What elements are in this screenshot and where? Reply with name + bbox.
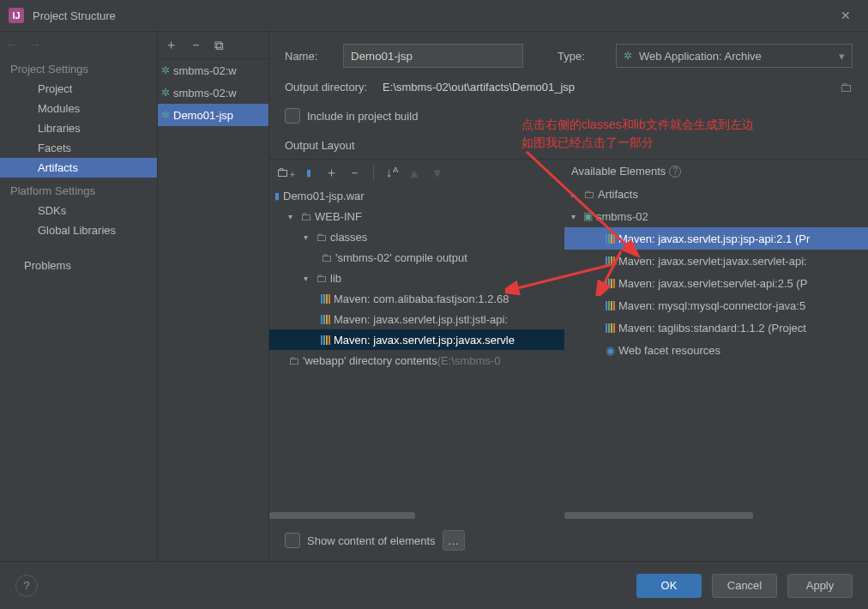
ellipsis-button[interactable]: … (443, 530, 465, 551)
tree-webapp-dir[interactable]: 🗀'webapp' directory contents (E:\smbms-0 (269, 350, 564, 371)
artifact-row[interactable]: ✲Demo01-jsp (158, 104, 268, 126)
chevron-down-icon: ▾ (571, 212, 583, 221)
chevron-right-icon: ▸ (571, 190, 583, 199)
tree-lib-item[interactable]: Maven: com.alibaba:fastjson:1.2.68 (269, 288, 564, 309)
avail-lib-item[interactable]: Maven: javax.servlet:servlet-api:2.5 (P (564, 272, 868, 294)
tree-label: Maven: mysql:mysql-connector-java:5 (618, 299, 805, 312)
tree-label: 'webapp' directory contents (303, 354, 437, 367)
tree-classes[interactable]: ▾🗀classes (269, 226, 564, 247)
artifact-column: ＋ － ⧉ ✲smbms-02:w ✲smbms-02:w ✲Demo01-js… (158, 32, 269, 561)
output-dir-label: Output directory: (285, 81, 367, 93)
artifact-toolbar: ＋ － ⧉ (158, 32, 268, 59)
button-bar: ? OK Cancel Apply (0, 561, 868, 609)
new-folder-icon[interactable]: 🗀₊ (276, 165, 296, 180)
avail-artifacts[interactable]: ▸🗀Artifacts (564, 183, 868, 205)
chevron-down-icon: ▾ (839, 50, 845, 63)
tree-lib-item[interactable]: Maven: javax.servlet.jsp:javax.servle (269, 329, 564, 350)
tree-label-suffix: (E:\smbms-0 (437, 354, 501, 367)
remove-entry-icon[interactable]: － (348, 165, 361, 181)
type-combobox[interactable]: ✲ Web Application: Archive ▾ (616, 44, 853, 68)
cancel-button[interactable]: Cancel (712, 574, 777, 598)
tree-label: 'smbms-02' compile output (335, 251, 467, 264)
avail-lib-item[interactable]: Maven: javax.servlet:javax.servlet-api: (564, 250, 868, 272)
add-copy-icon[interactable]: ＋ (325, 165, 338, 181)
avail-lib-item[interactable]: Maven: javax.servlet.jsp:jsp-api:2.1 (Pr (564, 227, 868, 250)
avail-lib-item[interactable]: Maven: mysql:mysql-connector-java:5 (564, 294, 868, 317)
output-layout-toolbar: 🗀₊ ▮ ＋ － ↓ᴬ ▲ ▼ (269, 160, 564, 185)
apply-button[interactable]: Apply (787, 574, 853, 598)
include-build-checkbox[interactable] (285, 108, 300, 124)
sort-icon[interactable]: ↓ᴬ (386, 165, 398, 180)
artifact-row[interactable]: ✲smbms-02:w (158, 59, 268, 81)
archive-icon: ▮ (274, 190, 280, 202)
tree-label: Web facet resources (618, 344, 720, 357)
gear-icon: ✲ (161, 109, 170, 121)
tree-label: Maven: javax.servlet:javax.servlet-api: (618, 255, 807, 268)
ok-button[interactable]: OK (636, 574, 702, 598)
folder-icon: 🗀 (583, 188, 594, 201)
move-up-icon[interactable]: ▲ (408, 166, 421, 180)
titlebar: IJ Project Structure ✕ (0, 0, 868, 31)
name-input[interactable] (343, 44, 523, 68)
library-icon (606, 279, 615, 288)
output-tree-scrollbar[interactable] (269, 511, 564, 520)
tree-webinf[interactable]: ▾🗀WEB-INF (269, 206, 564, 226)
name-label: Name: (285, 50, 328, 63)
gear-icon: ✲ (161, 87, 170, 99)
nav-forward-icon[interactable]: → (28, 37, 41, 51)
sidebar-item-artifacts[interactable]: Artifacts (0, 158, 157, 178)
artifact-label: smbms-02:w (173, 87, 237, 99)
sidebar-item-libraries[interactable]: Libraries (0, 118, 157, 138)
tree-lib-item[interactable]: Maven: javax.servlet.jsp.jstl:jstl-api: (269, 309, 564, 329)
folder-icon: 🗀 (316, 272, 327, 285)
nav-back-icon[interactable]: ← (5, 37, 18, 51)
tree-root-war[interactable]: ▮Demo01-jsp.war (269, 185, 564, 206)
tree-label: classes (330, 231, 367, 244)
copy-icon[interactable]: ⧉ (214, 38, 224, 53)
avail-lib-item[interactable]: Maven: taglibs:standard:1.1.2 (Project (564, 317, 868, 339)
library-icon (606, 256, 615, 266)
artifact-list: ✲smbms-02:w ✲smbms-02:w ✲Demo01-jsp (158, 59, 268, 561)
tree-label: Maven: javax.servlet.jsp:jsp-api:2.1 (Pr (618, 232, 810, 245)
remove-icon[interactable]: － (190, 37, 202, 53)
library-icon (321, 315, 330, 324)
nav-toolbar: ← → (0, 32, 157, 56)
avail-module[interactable]: ▾▣smbms-02 (564, 205, 868, 227)
tree-label: Artifacts (598, 188, 638, 201)
browse-folder-icon[interactable]: 🗀 (840, 80, 853, 94)
tree-label: Demo01-jsp.war (283, 190, 365, 202)
gear-icon: ✲ (624, 50, 632, 62)
web-icon: ◉ (606, 344, 615, 357)
artifact-row[interactable]: ✲smbms-02:w (158, 81, 268, 104)
sidebar-item-sdks[interactable]: SDKs (0, 201, 157, 220)
tree-label: Maven: javax.servlet.jsp.jstl:jstl-api: (334, 313, 508, 326)
tree-label: lib (330, 272, 341, 285)
tree-label: Maven: javax.servlet:servlet-api:2.5 (P (618, 277, 807, 290)
avail-web-facet[interactable]: ◉Web facet resources (564, 339, 868, 361)
tree-compile-output[interactable]: 🗀'smbms-02' compile output (269, 247, 564, 268)
available-tree: ▸🗀Artifacts ▾▣smbms-02 Maven: javax.serv… (564, 183, 868, 511)
content-panel: Name: Type: ✲ Web Application: Archive ▾… (269, 32, 868, 561)
sidebar-item-modules[interactable]: Modules (0, 99, 157, 118)
tree-label: smbms-02 (596, 210, 648, 223)
chevron-down-icon: ▾ (304, 232, 316, 242)
sidebar-item-global-libraries[interactable]: Global Libraries (0, 220, 157, 240)
sidebar-item-project[interactable]: Project (0, 79, 157, 99)
new-archive-icon[interactable]: ▮ (306, 167, 311, 178)
tree-label: WEB-INF (315, 210, 362, 223)
sidebar-item-problems[interactable]: Problems (0, 256, 157, 275)
folder-icon: 🗀 (300, 210, 311, 223)
help-icon[interactable]: ? (669, 166, 681, 178)
output-layout-pane: 🗀₊ ▮ ＋ － ↓ᴬ ▲ ▼ ▮Demo01-jsp.war ▾🗀WEB-IN… (269, 160, 564, 520)
sidebar-item-facets[interactable]: Facets (0, 138, 157, 158)
module-icon: ▣ (583, 210, 593, 222)
move-down-icon[interactable]: ▼ (431, 166, 443, 180)
window-title: Project Structure (33, 9, 832, 22)
module-output-icon: 🗀 (321, 251, 332, 264)
show-content-checkbox[interactable] (285, 533, 300, 548)
add-icon[interactable]: ＋ (165, 37, 178, 53)
help-button[interactable]: ? (15, 575, 38, 597)
available-tree-scrollbar[interactable] (564, 511, 868, 520)
tree-lib[interactable]: ▾🗀lib (269, 268, 564, 288)
close-icon[interactable]: ✕ (832, 3, 859, 27)
